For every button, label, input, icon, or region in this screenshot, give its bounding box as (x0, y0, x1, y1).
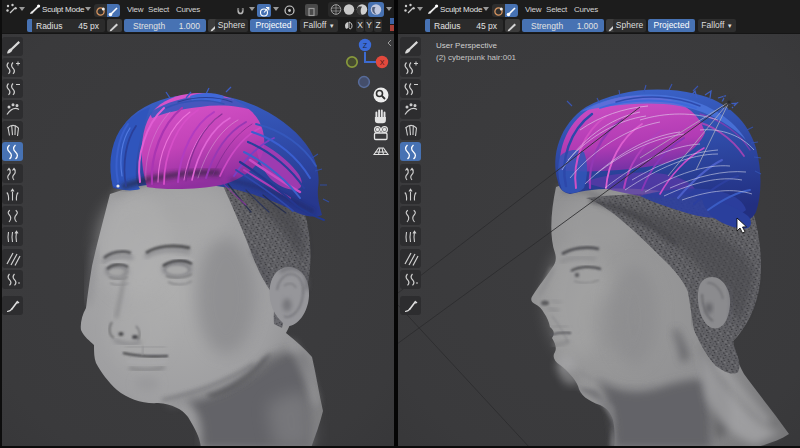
svg-text:Z: Z (363, 42, 368, 49)
svg-text:X: X (380, 59, 385, 66)
